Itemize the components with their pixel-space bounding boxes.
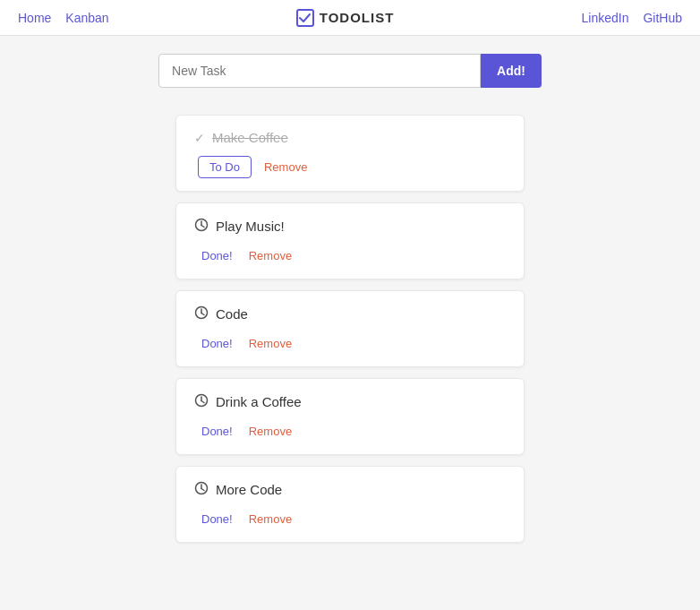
nav-link-home[interactable]: Home bbox=[18, 11, 51, 25]
nav-right: LinkedIn GitHub bbox=[581, 11, 682, 25]
check-icon: ✓ bbox=[194, 131, 205, 145]
nav-left: Home Kanban bbox=[18, 11, 109, 25]
clock-icon bbox=[194, 481, 209, 498]
task-card: CodeDone!Remove bbox=[175, 290, 525, 367]
task-card: Play Music!Done!Remove bbox=[175, 202, 525, 279]
task-title: Code bbox=[216, 306, 248, 322]
brand-name: TODOLIST bbox=[320, 10, 395, 25]
task-list: ✓Make CoffeeTo DoRemove Play Music!Done!… bbox=[0, 97, 700, 571]
svg-line-3 bbox=[201, 226, 204, 228]
nav-link-linkedin[interactable]: LinkedIn bbox=[581, 11, 628, 25]
svg-line-12 bbox=[201, 489, 204, 491]
done-button[interactable]: Done! bbox=[198, 421, 236, 442]
done-button[interactable]: Done! bbox=[198, 245, 236, 266]
todo-button[interactable]: To Do bbox=[198, 156, 252, 178]
input-area: Add! bbox=[0, 36, 700, 97]
navbar: Home Kanban TODOLIST LinkedIn GitHub bbox=[0, 0, 700, 36]
task-title: More Code bbox=[216, 482, 282, 497]
task-title-row: ✓Make Coffee bbox=[194, 130, 506, 145]
new-task-input[interactable] bbox=[158, 54, 481, 88]
nav-link-kanban[interactable]: Kanban bbox=[65, 11, 108, 25]
task-card: Drink a CoffeeDone!Remove bbox=[175, 378, 525, 455]
task-actions: Done!Remove bbox=[194, 333, 506, 354]
task-title-row: Play Music! bbox=[194, 218, 506, 235]
remove-button[interactable]: Remove bbox=[245, 509, 295, 529]
nav-link-github[interactable]: GitHub bbox=[643, 11, 682, 25]
nav-brand: TODOLIST bbox=[296, 9, 395, 27]
svg-line-6 bbox=[201, 314, 204, 315]
remove-button[interactable]: Remove bbox=[245, 333, 295, 354]
task-title: Play Music! bbox=[216, 219, 285, 234]
task-actions: To DoRemove bbox=[194, 156, 506, 178]
task-title-row: More Code bbox=[194, 481, 506, 498]
remove-button[interactable]: Remove bbox=[245, 245, 295, 266]
task-title: Drink a Coffee bbox=[216, 394, 302, 409]
remove-button[interactable]: Remove bbox=[260, 156, 311, 178]
task-actions: Done!Remove bbox=[194, 421, 506, 442]
svg-line-9 bbox=[201, 401, 204, 403]
done-button[interactable]: Done! bbox=[198, 333, 236, 354]
task-title-row: Drink a Coffee bbox=[194, 393, 506, 410]
task-title: Make Coffee bbox=[212, 130, 288, 145]
brand-icon bbox=[296, 9, 314, 27]
task-actions: Done!Remove bbox=[194, 245, 506, 266]
done-button[interactable]: Done! bbox=[198, 509, 236, 529]
clock-icon bbox=[194, 218, 209, 235]
task-title-row: Code bbox=[194, 305, 506, 322]
task-actions: Done!Remove bbox=[194, 509, 506, 529]
add-task-button[interactable]: Add! bbox=[481, 54, 542, 88]
task-card: More CodeDone!Remove bbox=[175, 466, 525, 543]
clock-icon bbox=[194, 393, 209, 410]
task-card: ✓Make CoffeeTo DoRemove bbox=[175, 115, 525, 192]
clock-icon bbox=[194, 305, 209, 322]
remove-button[interactable]: Remove bbox=[245, 421, 295, 442]
